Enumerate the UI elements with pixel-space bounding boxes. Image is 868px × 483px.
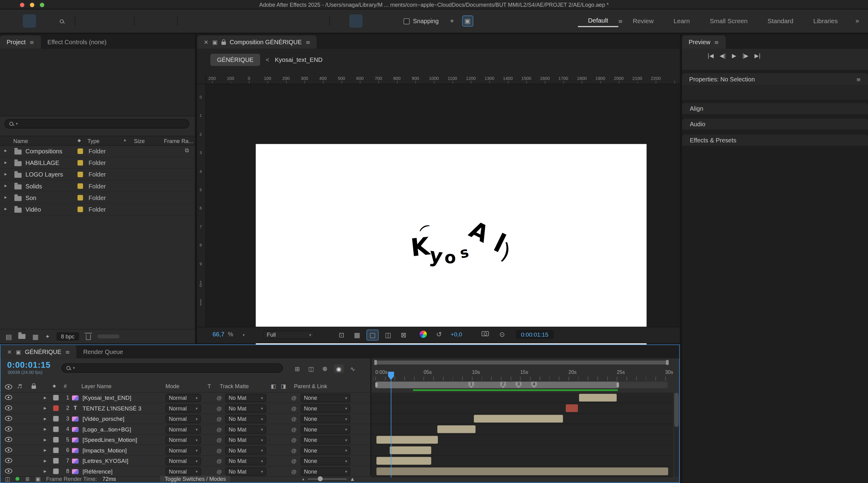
audio-panel-header[interactable]: Audio bbox=[682, 119, 868, 129]
project-search-input[interactable] bbox=[21, 121, 184, 127]
layer-duration-bar[interactable] bbox=[474, 415, 563, 422]
layer-mode-select[interactable]: Normal bbox=[165, 436, 201, 444]
orbit-camera-tool[interactable] bbox=[82, 14, 95, 28]
layer-duration-bar[interactable] bbox=[566, 404, 578, 412]
label-color-chip[interactable] bbox=[78, 183, 83, 189]
project-item-row[interactable]: VidéoFolder bbox=[0, 204, 195, 215]
track-matte-select[interactable]: No Mat bbox=[225, 446, 266, 455]
sort-arrow-icon[interactable]: ▲ bbox=[123, 138, 127, 142]
timeline-layer-row[interactable]: 7[Lettres_KYOSAI]Normal@No Mat@None bbox=[1, 456, 370, 466]
pan-camera-tool[interactable] bbox=[98, 14, 111, 28]
layer-visibility-toggle[interactable] bbox=[5, 458, 12, 463]
parent-link-select[interactable]: None bbox=[301, 457, 350, 465]
workspace-libraries[interactable]: Libraries bbox=[803, 16, 848, 27]
color-management-icon[interactable] bbox=[420, 331, 427, 339]
composition-view-area[interactable]: (KyosAl) bbox=[206, 84, 680, 327]
label-color-chip[interactable] bbox=[78, 206, 83, 212]
layer-disclosure-icon[interactable] bbox=[43, 457, 46, 463]
zoom-in-icon[interactable]: ▲ bbox=[349, 476, 355, 482]
resolution-select[interactable]: Full bbox=[264, 331, 314, 339]
panel-menu-icon[interactable] bbox=[306, 39, 310, 45]
delete-icon[interactable] bbox=[86, 334, 91, 340]
layer-label-chip[interactable] bbox=[53, 416, 59, 421]
label-color-chip[interactable] bbox=[78, 172, 83, 177]
layer-disclosure-icon[interactable] bbox=[43, 426, 46, 432]
minimize-window-button[interactable] bbox=[30, 2, 34, 7]
hand-tool[interactable] bbox=[39, 14, 52, 28]
snap-3d-icon[interactable] bbox=[462, 16, 473, 27]
play-button[interactable]: ▶ bbox=[732, 53, 736, 59]
label-color-chip[interactable] bbox=[78, 195, 83, 200]
layer-disclosure-icon[interactable] bbox=[43, 405, 46, 411]
track-matte-select[interactable]: No Mat bbox=[225, 457, 266, 465]
column-frame-rate[interactable]: Frame Ra... bbox=[164, 138, 193, 144]
new-folder-icon[interactable] bbox=[19, 334, 26, 339]
view-layout-icon[interactable] bbox=[382, 330, 394, 341]
current-time-display[interactable]: 0:00:01:15 bbox=[7, 360, 51, 369]
layer-mode-select[interactable]: Normal bbox=[165, 394, 201, 402]
disclosure-icon[interactable] bbox=[5, 171, 7, 177]
pen-tool[interactable] bbox=[200, 14, 214, 28]
adjust-icon[interactable] bbox=[45, 333, 50, 339]
current-time-field[interactable]: 0:00:01:15 bbox=[516, 330, 554, 339]
horizontal-ruler[interactable]: 2001000100200300400500600700800900100011… bbox=[206, 75, 680, 84]
layer-disclosure-icon[interactable] bbox=[43, 447, 46, 453]
track-matte-pick-whip[interactable]: @ bbox=[216, 395, 222, 401]
project-item-row[interactable]: SonFolder bbox=[0, 192, 195, 204]
layer-label-chip[interactable] bbox=[53, 448, 59, 453]
disclosure-icon[interactable] bbox=[5, 194, 7, 200]
layer-label-chip[interactable] bbox=[53, 395, 59, 400]
workspace-overflow-button[interactable]: » bbox=[856, 17, 859, 25]
track-matte-pick-whip[interactable]: @ bbox=[216, 469, 222, 475]
parent-pick-whip[interactable]: @ bbox=[291, 427, 297, 433]
puppet-pin-tool[interactable] bbox=[297, 14, 310, 28]
timeline-layer-row[interactable]: 1[Kyosai_text_END]Normal@No Mat@None bbox=[1, 393, 370, 403]
align-panel-header[interactable]: Align bbox=[682, 103, 868, 114]
track-matte-pick-whip[interactable]: @ bbox=[216, 437, 222, 443]
crop-region-icon[interactable] bbox=[397, 330, 410, 341]
transparency-grid-icon[interactable] bbox=[351, 330, 363, 341]
workspace-menu-icon[interactable] bbox=[618, 18, 623, 24]
column-type[interactable]: Type bbox=[88, 138, 99, 144]
next-frame-button[interactable]: |▶ bbox=[742, 53, 748, 59]
project-search[interactable]: ▾ bbox=[5, 119, 190, 129]
horizontal-scrollbar[interactable] bbox=[97, 334, 120, 338]
layer-mode-select[interactable]: Normal bbox=[165, 457, 201, 465]
parent-pick-whip[interactable]: @ bbox=[291, 448, 297, 454]
layer-disclosure-icon[interactable] bbox=[43, 394, 46, 400]
parent-link-select[interactable]: None bbox=[301, 425, 350, 433]
zoom-slider[interactable] bbox=[308, 478, 346, 479]
parent-pick-whip[interactable]: @ bbox=[291, 469, 297, 475]
rotation-tool[interactable] bbox=[141, 14, 155, 28]
expand-layer-switches-icon[interactable] bbox=[5, 476, 10, 482]
panel-menu-icon[interactable] bbox=[714, 39, 719, 45]
layer-duration-bar[interactable] bbox=[390, 446, 431, 454]
zoom-tool[interactable] bbox=[55, 14, 68, 28]
column-size[interactable]: Size bbox=[134, 138, 145, 144]
track-matte-pick-whip[interactable]: @ bbox=[216, 427, 222, 433]
layer-label-chip[interactable] bbox=[53, 458, 59, 463]
eraser-tool[interactable] bbox=[265, 14, 278, 28]
column-number[interactable]: # bbox=[64, 383, 67, 389]
effects-presets-panel-header[interactable]: Effects & Presets bbox=[682, 134, 868, 146]
layer-duration-bar[interactable] bbox=[376, 436, 438, 443]
zoom-out-icon[interactable]: ▴ bbox=[302, 477, 304, 481]
brush-tool[interactable] bbox=[232, 14, 246, 28]
pan-behind-anchor-tool[interactable] bbox=[157, 14, 171, 28]
frame-blending-icon[interactable] bbox=[320, 364, 330, 373]
project-item-row[interactable]: LOGO LayersFolder bbox=[0, 169, 195, 181]
column-t[interactable]: T bbox=[208, 383, 211, 389]
zoom-slider-knob[interactable] bbox=[317, 476, 322, 481]
selection-tool[interactable] bbox=[23, 14, 36, 28]
time-navigator-bar[interactable] bbox=[375, 360, 668, 364]
layer-visibility-toggle[interactable] bbox=[5, 405, 12, 411]
close-panel-icon[interactable] bbox=[7, 349, 12, 355]
project-item-row[interactable]: CompositionsFolder bbox=[0, 146, 195, 157]
layer-visibility-toggle[interactable] bbox=[5, 437, 12, 442]
track-matte-select[interactable]: No Mat bbox=[225, 415, 266, 423]
track-matte-select[interactable]: No Mat bbox=[225, 436, 266, 444]
clone-stamp-tool[interactable] bbox=[249, 14, 262, 28]
tab-project[interactable]: Project bbox=[0, 35, 41, 49]
color-depth-button[interactable]: 8 bpc bbox=[56, 332, 79, 341]
track-matte-select[interactable]: No Mat bbox=[225, 394, 266, 402]
